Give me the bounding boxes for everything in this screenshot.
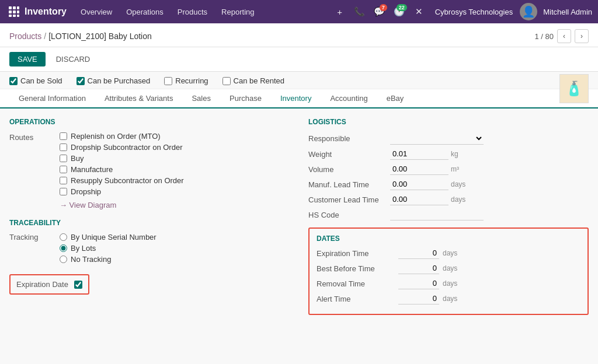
customer-lead-unit: days [451, 195, 465, 204]
volume-unit: m³ [451, 165, 459, 173]
tracking-none-label[interactable]: No Tracking [60, 255, 157, 264]
weight-unit: kg [451, 150, 458, 158]
route-dropship-sub-checkbox[interactable] [60, 144, 67, 151]
dates-section-title: Dates [317, 235, 580, 243]
product-image[interactable]: 🧴 [559, 74, 589, 103]
app-grid-icon[interactable] [6, 4, 22, 20]
svg-rect-4 [13, 10, 16, 13]
breadcrumb: Products / [LOTION_2100] Baby Lotion [9, 32, 152, 41]
form-area: Can be Sold Can be Purchased Recurring C… [0, 72, 598, 340]
plus-icon[interactable]: + [331, 3, 349, 20]
nav-products[interactable]: Products [172, 4, 213, 20]
moon-icon[interactable]: 🕐 22 [391, 3, 408, 20]
can-be-rented-checkbox-label[interactable]: Can be Rented [222, 76, 284, 85]
tab-accounting[interactable]: Accounting [321, 89, 377, 108]
best-before-input[interactable] [398, 262, 439, 274]
route-dropship-sub-text: Dropship Subcontractor on Order [71, 143, 182, 152]
customer-lead-input[interactable] [390, 194, 448, 205]
tracking-lots-label[interactable]: By Lots [60, 244, 157, 253]
removal-time-row: Removal Time days [317, 278, 580, 289]
expiration-time-input[interactable] [398, 247, 439, 259]
hs-code-row: HS Code [308, 209, 589, 220]
route-resupply-label[interactable]: Resupply Subcontractor on Order [60, 176, 184, 185]
responsible-label: Responsible [308, 134, 390, 143]
wrench-icon[interactable]: ✕ [411, 3, 428, 20]
tracking-none-radio[interactable] [60, 256, 67, 263]
svg-rect-1 [13, 6, 16, 9]
can-be-sold-checkbox[interactable] [9, 77, 18, 85]
tracking-serial-label[interactable]: By Unique Serial Number [60, 233, 157, 242]
logistics-section-title: Logistics [308, 118, 589, 126]
company-name: Cybrosys Technologies [435, 8, 513, 16]
inventory-tab-content: Operations Routes Replenish on Order (MT… [0, 108, 598, 324]
tab-inventory[interactable]: Inventory [271, 89, 321, 108]
discard-button[interactable]: DISCARD [50, 52, 96, 66]
tabs-bar: General Information Attributes & Variant… [0, 89, 598, 108]
best-before-row: Best Before Time days [317, 262, 580, 274]
route-mto-checkbox[interactable] [60, 132, 67, 140]
responsible-select[interactable] [390, 132, 484, 145]
hs-code-label: HS Code [308, 211, 390, 219]
can-be-sold-checkbox-label[interactable]: Can be Sold [9, 76, 62, 85]
save-button[interactable]: SAVE [9, 52, 46, 66]
alert-time-input[interactable] [398, 293, 439, 304]
traceability-section-title: Traceability [9, 219, 290, 227]
alert-time-unit: days [443, 295, 457, 303]
view-diagram-link[interactable]: → View Diagram [60, 201, 184, 209]
breadcrumb-parent[interactable]: Products [9, 32, 41, 41]
recurring-checkbox[interactable] [164, 77, 172, 85]
expiration-time-unit: days [443, 249, 457, 257]
removal-time-input[interactable] [398, 278, 439, 289]
route-dropship-checkbox[interactable] [60, 188, 67, 195]
tab-attributes-variants[interactable]: Attributes & Variants [95, 89, 183, 108]
customer-lead-row: Customer Lead Time days [308, 194, 589, 205]
tab-purchase[interactable]: Purchase [220, 89, 271, 108]
route-buy-label[interactable]: Buy [60, 154, 184, 163]
avatar[interactable]: 👤 [520, 3, 537, 20]
volume-input[interactable] [390, 163, 448, 175]
route-buy-checkbox[interactable] [60, 155, 67, 162]
weight-input[interactable] [390, 148, 448, 160]
route-mto-label[interactable]: Replenish on Order (MTO) [60, 132, 184, 141]
route-dropship-label[interactable]: Dropship [60, 187, 184, 196]
route-buy-text: Buy [71, 154, 84, 163]
route-resupply-checkbox[interactable] [60, 177, 67, 184]
manuf-lead-row: Manuf. Lead Time days [308, 178, 589, 190]
svg-rect-0 [9, 6, 12, 9]
volume-row: Volume m³ [308, 163, 589, 175]
customer-lead-label: Customer Lead Time [308, 195, 390, 204]
expiration-date-checkbox[interactable] [74, 281, 82, 289]
route-dropship-sub-label[interactable]: Dropship Subcontractor on Order [60, 143, 184, 152]
svg-rect-3 [9, 10, 12, 13]
nav-reporting[interactable]: Reporting [215, 4, 260, 20]
tab-ebay[interactable]: eBay [377, 89, 413, 108]
can-be-purchased-checkbox-label[interactable]: Can be Purchased [77, 76, 151, 85]
route-manufacture-label[interactable]: Manufacture [60, 165, 184, 174]
expiration-date-row: Expiration Date [9, 274, 89, 295]
prev-page-button[interactable]: ‹ [557, 29, 571, 43]
right-column: Logistics Responsible Weight kg [308, 118, 589, 315]
best-before-unit: days [443, 264, 457, 272]
recurring-checkbox-label[interactable]: Recurring [164, 76, 208, 85]
nav-overview[interactable]: Overview [75, 4, 118, 20]
top-navigation: Inventory Overview Operations Products R… [0, 0, 598, 23]
svg-rect-6 [9, 15, 12, 17]
can-be-rented-checkbox[interactable] [222, 77, 231, 85]
tracking-serial-radio[interactable] [60, 233, 67, 241]
manuf-lead-input[interactable] [390, 178, 448, 190]
hs-code-input[interactable] [390, 209, 484, 220]
route-manufacture-checkbox[interactable] [60, 166, 67, 173]
chat-icon[interactable]: 💬 7 [371, 3, 388, 20]
nav-operations[interactable]: Operations [120, 4, 169, 20]
tracking-lots-radio[interactable] [60, 244, 67, 252]
can-be-purchased-label: Can be Purchased [88, 76, 151, 85]
phone-icon[interactable]: 📞 [351, 3, 368, 20]
tab-general-information[interactable]: General Information [9, 89, 95, 108]
alert-time-row: Alert Time days [317, 293, 580, 304]
tab-sales[interactable]: Sales [182, 89, 220, 108]
routes-label: Routes [9, 132, 50, 209]
can-be-purchased-checkbox[interactable] [77, 77, 85, 85]
next-page-button[interactable]: › [575, 29, 589, 43]
can-be-sold-label: Can be Sold [20, 76, 62, 85]
manuf-lead-unit: days [451, 180, 465, 188]
